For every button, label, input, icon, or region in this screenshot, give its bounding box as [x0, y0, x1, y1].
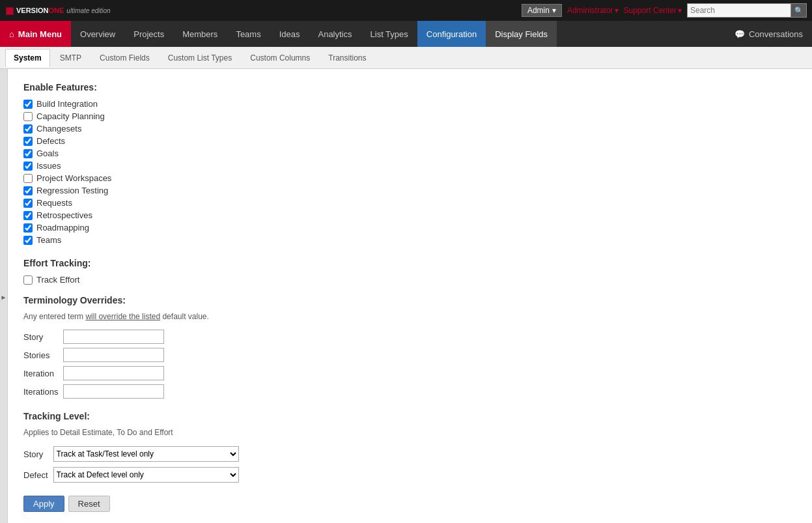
- conversations-icon: 💬: [735, 29, 745, 39]
- feature-teams-label[interactable]: Teams: [36, 235, 61, 245]
- tracking-level-title: Tracking Level:: [23, 411, 796, 421]
- feature-issues-checkbox[interactable]: [23, 162, 33, 171]
- tracking-level-table: Story Track at Task/Test level only Trac…: [23, 444, 244, 485]
- feature-regression-testing: Regression Testing: [23, 186, 796, 195]
- subnav-smtp[interactable]: SMTP: [51, 49, 90, 67]
- search-button[interactable]: 🔍: [791, 3, 807, 18]
- terminology-iterations-input[interactable]: [63, 384, 164, 399]
- sub-nav: System SMTP Custom Fields Custom List Ty…: [0, 47, 812, 69]
- terminology-story-input[interactable]: [63, 330, 164, 344]
- feature-retrospectives-label[interactable]: Retrospectives: [36, 210, 92, 220]
- nav-item-members[interactable]: Members: [173, 21, 227, 47]
- subnav-custom-fields[interactable]: Custom Fields: [91, 49, 158, 67]
- logo: ▩ VERSIONONE ultimate edition: [5, 5, 111, 16]
- feature-retrospectives-checkbox[interactable]: [23, 211, 33, 220]
- nav-item-ideas[interactable]: Ideas: [270, 21, 309, 47]
- track-effort-row: Track Effort: [23, 275, 796, 285]
- terminology-story-label: Story: [23, 328, 63, 346]
- button-row: Apply Reset: [23, 496, 796, 512]
- logo-edition: ultimate edition: [66, 7, 110, 14]
- nav-item-teams[interactable]: Teams: [227, 21, 270, 47]
- feature-changesets: Changesets: [23, 124, 796, 134]
- tracking-defect-select[interactable]: Track at Defect level only Track at Task…: [53, 467, 239, 483]
- tracking-defect-row: Defect Track at Defect level only Track …: [23, 464, 244, 485]
- terminology-iterations-label: Iterations: [23, 382, 63, 401]
- sidebar-toggle[interactable]: ►: [0, 69, 8, 523]
- administrator-link[interactable]: Administrator ▾: [567, 6, 619, 15]
- search-input[interactable]: [687, 3, 791, 18]
- tracking-story-label: Story: [23, 444, 53, 464]
- feature-build-integration-checkbox[interactable]: [23, 100, 33, 109]
- nav-item-overview[interactable]: Overview: [71, 21, 124, 47]
- effort-tracking-title: Effort Tracking:: [23, 258, 796, 268]
- tracking-story-row: Story Track at Task/Test level only Trac…: [23, 444, 244, 464]
- feature-build-integration: Build Integration: [23, 99, 796, 109]
- tracking-level-desc: Applies to Detail Estimate, To Do and Ef…: [23, 428, 796, 437]
- subnav-custom-list-types[interactable]: Custom List Types: [160, 49, 240, 67]
- feature-defects-checkbox[interactable]: [23, 137, 33, 146]
- subnav-system[interactable]: System: [5, 49, 50, 67]
- feature-requests-checkbox[interactable]: [23, 199, 33, 208]
- feature-roadmapping-checkbox[interactable]: [23, 223, 33, 233]
- nav-item-analytics[interactable]: Analytics: [309, 21, 361, 47]
- enable-features-title: Enable Features:: [23, 82, 796, 92]
- nav-item-list-types[interactable]: List Types: [361, 21, 417, 47]
- feature-roadmapping-label[interactable]: Roadmapping: [36, 223, 89, 233]
- conversations-link[interactable]: 💬 Conversations: [725, 21, 812, 47]
- nav-item-configuration[interactable]: Configuration: [417, 21, 486, 47]
- admin-button[interactable]: Admin ▾: [522, 4, 562, 17]
- feature-issues-label[interactable]: Issues: [36, 161, 61, 171]
- feature-project-workspaces-checkbox[interactable]: [23, 174, 33, 183]
- track-effort-checkbox[interactable]: [23, 276, 33, 285]
- feature-goals-label[interactable]: Goals: [36, 148, 59, 158]
- subnav-custom-columns[interactable]: Custom Columns: [242, 49, 318, 67]
- feature-changesets-checkbox[interactable]: [23, 124, 33, 134]
- track-effort-label[interactable]: Track Effort: [36, 275, 79, 285]
- feature-roadmapping: Roadmapping: [23, 223, 796, 233]
- feature-regression-testing-label[interactable]: Regression Testing: [36, 186, 108, 195]
- terminology-iteration-input[interactable]: [63, 366, 164, 380]
- terminology-desc-underline: will override the listed: [85, 312, 160, 321]
- search-form: 🔍: [687, 3, 807, 18]
- administrator-chevron-icon: ▾: [615, 6, 619, 15]
- feature-project-workspaces: Project Workspaces: [23, 173, 796, 183]
- main-content: Enable Features: Build Integration Capac…: [8, 69, 812, 523]
- feature-defects: Defects: [23, 136, 796, 146]
- terminology-table: Story Stories Iteration Iterations: [23, 328, 169, 401]
- apply-button[interactable]: Apply: [23, 496, 64, 512]
- feature-capacity-planning: Capacity Planning: [23, 111, 796, 121]
- feature-goals-checkbox[interactable]: [23, 149, 33, 158]
- logo-v1: ▩: [5, 5, 14, 16]
- main-menu-button[interactable]: ⌂ Main Menu: [0, 21, 71, 47]
- terminology-iteration-row: Iteration: [23, 364, 169, 382]
- subnav-transitions[interactable]: Transitions: [320, 49, 374, 67]
- feature-changesets-label[interactable]: Changesets: [36, 124, 81, 134]
- logo-text: VERSIONONE: [16, 7, 64, 14]
- home-icon: ⌂: [9, 29, 14, 39]
- feature-capacity-planning-checkbox[interactable]: [23, 112, 33, 121]
- nav-item-projects[interactable]: Projects: [124, 21, 173, 47]
- terminology-story-row: Story: [23, 328, 169, 346]
- feature-regression-testing-checkbox[interactable]: [23, 186, 33, 195]
- feature-defects-label[interactable]: Defects: [36, 136, 65, 146]
- feature-teams-checkbox[interactable]: [23, 236, 33, 245]
- feature-requests: Requests: [23, 198, 796, 208]
- terminology-iteration-label: Iteration: [23, 364, 63, 382]
- feature-requests-label[interactable]: Requests: [36, 198, 72, 208]
- top-bar: ▩ VERSIONONE ultimate edition Admin ▾ Ad…: [0, 0, 812, 21]
- admin-chevron-icon: ▾: [552, 6, 556, 15]
- support-chevron-icon: ▾: [678, 6, 682, 15]
- feature-list: Build Integration Capacity Planning Chan…: [23, 99, 796, 245]
- terminology-iterations-row: Iterations: [23, 382, 169, 401]
- support-center-link[interactable]: Support Center ▾: [624, 6, 682, 15]
- reset-button[interactable]: Reset: [68, 496, 110, 512]
- terminology-stories-input[interactable]: [63, 348, 164, 362]
- tracking-story-select[interactable]: Track at Task/Test level only Track at S…: [53, 446, 239, 462]
- feature-capacity-planning-label[interactable]: Capacity Planning: [36, 111, 105, 121]
- nav-bar: ⌂ Main Menu Overview Projects Members Te…: [0, 21, 812, 47]
- feature-project-workspaces-label[interactable]: Project Workspaces: [36, 173, 111, 183]
- nav-item-display-fields[interactable]: Display Fields: [486, 21, 557, 47]
- terminology-desc: Any entered term will override the liste…: [23, 312, 796, 321]
- feature-build-integration-label[interactable]: Build Integration: [36, 99, 98, 109]
- feature-goals: Goals: [23, 148, 796, 158]
